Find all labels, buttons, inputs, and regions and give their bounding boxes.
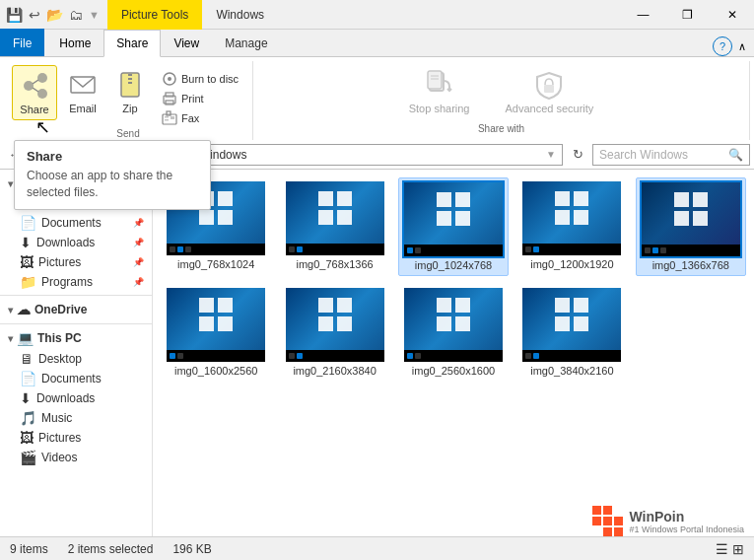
svg-rect-59 bbox=[555, 316, 570, 331]
svg-rect-28 bbox=[218, 210, 233, 225]
share-icon bbox=[19, 70, 50, 102]
windows-logo-icon bbox=[672, 190, 710, 235]
pin-icon: 📌 bbox=[133, 218, 144, 228]
onedrive-header[interactable]: ▾ ☁ OneDrive bbox=[0, 299, 152, 320]
tab-share[interactable]: Share bbox=[103, 30, 161, 57]
quick-access-icon3: 📂 bbox=[46, 7, 63, 23]
thispc-icon: 💻 bbox=[17, 330, 34, 346]
advanced-security-button[interactable]: Advanced security bbox=[497, 65, 601, 118]
documents-icon: 📄 bbox=[20, 215, 36, 231]
fax-icon bbox=[162, 110, 177, 126]
pin-icon: 📌 bbox=[133, 257, 144, 267]
thumbnail-3 bbox=[522, 181, 621, 255]
pin-icon: 📌 bbox=[133, 238, 144, 247]
thispc-downloads[interactable]: ⬇ Downloads bbox=[0, 388, 152, 408]
file-item-1[interactable]: img0_768x1366 bbox=[279, 177, 389, 276]
svg-line-3 bbox=[33, 80, 38, 84]
thispc-pictures[interactable]: 🖼 Pictures bbox=[0, 428, 152, 448]
sidebar-item-programs[interactable]: 📁 Programs 📌 bbox=[0, 272, 152, 292]
svg-rect-35 bbox=[437, 211, 451, 226]
windows-logo-icon bbox=[316, 189, 354, 234]
thispc-music[interactable]: 🎵 Music bbox=[0, 408, 152, 428]
windows-tab[interactable]: Windows bbox=[202, 0, 278, 30]
winpoin-text: WinPoin bbox=[629, 509, 744, 525]
svg-rect-37 bbox=[555, 191, 570, 206]
search-box[interactable]: Search Windows 🔍 bbox=[592, 144, 750, 166]
taskbar-6 bbox=[286, 350, 384, 362]
thumbnail-5 bbox=[167, 288, 265, 362]
filename-7: img0_2560x1600 bbox=[412, 365, 495, 377]
quick-access-chevron: ▾ bbox=[8, 178, 13, 189]
tab-file[interactable]: File bbox=[0, 29, 44, 56]
sidebar-item-documents[interactable]: 📄 Documents 📌 bbox=[0, 213, 152, 233]
thumbnail-7 bbox=[404, 288, 503, 362]
svg-point-0 bbox=[24, 81, 34, 91]
small-buttons-group: Burn to disc Print bbox=[156, 65, 244, 128]
file-item-2[interactable]: img0_1024x768 bbox=[398, 177, 509, 276]
file-item-5[interactable]: img0_1600x2560 bbox=[161, 284, 271, 381]
burn-to-disc-button[interactable]: Burn to disc bbox=[156, 69, 244, 89]
tab-view[interactable]: View bbox=[161, 29, 212, 56]
tooltip-desc: Choose an app to share the selected file… bbox=[27, 168, 198, 201]
svg-rect-26 bbox=[218, 191, 233, 206]
svg-rect-56 bbox=[455, 316, 470, 331]
view-grid-button[interactable]: ⊞ bbox=[732, 541, 744, 557]
svg-rect-16 bbox=[171, 116, 174, 119]
thispc-header[interactable]: ▾ 💻 This PC bbox=[0, 327, 152, 349]
restore-button[interactable]: ❐ bbox=[665, 0, 710, 30]
winpoin-logo: WinPoin #1 Windows Portal Indonesia bbox=[592, 506, 744, 536]
file-size: 196 KB bbox=[172, 542, 211, 556]
thumbnail-1 bbox=[286, 181, 384, 255]
ribbon-content: Share Email bbox=[0, 57, 754, 140]
winpoin-sub: #1 Windows Portal Indonesia bbox=[629, 525, 744, 534]
help-button[interactable]: ? bbox=[713, 36, 732, 56]
downloads-icon: ⬇ bbox=[20, 235, 32, 250]
print-button[interactable]: Print bbox=[156, 89, 244, 108]
file-item-7[interactable]: img0_2560x1600 bbox=[398, 284, 509, 381]
burn-icon bbox=[162, 71, 177, 87]
svg-point-2 bbox=[37, 89, 47, 99]
file-item-6[interactable]: img0_2160x3840 bbox=[279, 284, 389, 381]
picture-tools-tab[interactable]: Picture Tools bbox=[107, 0, 202, 30]
taskbar-5 bbox=[167, 350, 265, 362]
sidebar-item-pictures[interactable]: 🖼 Pictures 📌 bbox=[0, 252, 152, 272]
sidebar-item-downloads[interactable]: ⬇ Downloads 📌 bbox=[0, 233, 152, 252]
thispc-dl-icon: ⬇ bbox=[20, 390, 32, 406]
file-item-4[interactable]: img0_1366x768 bbox=[636, 177, 746, 276]
filename-4: img0_1366x768 bbox=[652, 259, 729, 271]
email-button[interactable]: Email bbox=[61, 65, 104, 118]
svg-rect-51 bbox=[318, 316, 333, 331]
tab-manage[interactable]: Manage bbox=[212, 29, 280, 56]
close-button[interactable]: ✕ bbox=[710, 0, 754, 30]
zip-button[interactable]: Zip bbox=[108, 65, 152, 118]
svg-point-1 bbox=[37, 73, 47, 83]
thispc-docs-icon: 📄 bbox=[20, 371, 36, 386]
share-button[interactable]: Share bbox=[12, 65, 57, 120]
tab-home[interactable]: Home bbox=[46, 29, 103, 56]
collapse-ribbon-button[interactable]: ∧ bbox=[734, 38, 750, 55]
thispc-documents[interactable]: 📄 Documents bbox=[0, 369, 152, 388]
svg-rect-19 bbox=[167, 111, 171, 115]
programs-icon: 📁 bbox=[20, 274, 36, 290]
thumbnail-6 bbox=[286, 288, 384, 362]
svg-rect-34 bbox=[455, 192, 470, 207]
file-item-8[interactable]: img0_3840x2160 bbox=[516, 284, 627, 381]
print-label: Print bbox=[181, 93, 204, 105]
main-content: ▾ Quick access 🖥 Desktop 📌 📄 Documents 📌… bbox=[0, 170, 754, 536]
thispc-videos[interactable]: 🎬 Videos bbox=[0, 448, 152, 467]
quick-access-dropdown[interactable]: ▼ bbox=[89, 9, 100, 21]
fax-button[interactable]: Fax bbox=[156, 108, 244, 128]
svg-point-11 bbox=[168, 77, 171, 81]
thumbnail-2 bbox=[404, 182, 503, 256]
svg-rect-41 bbox=[674, 192, 689, 207]
view-list-button[interactable]: ☰ bbox=[716, 541, 728, 557]
minimize-button[interactable]: — bbox=[621, 0, 665, 30]
svg-rect-47 bbox=[199, 316, 214, 331]
thispc-desktop[interactable]: 🖥 Desktop bbox=[0, 349, 152, 369]
svg-rect-40 bbox=[574, 210, 588, 225]
file-item-3[interactable]: img0_1200x1920 bbox=[516, 177, 627, 276]
thispc-music-icon: 🎵 bbox=[20, 410, 36, 426]
stop-sharing-button[interactable]: Stop sharing bbox=[401, 65, 478, 118]
thumbnail-8 bbox=[522, 288, 621, 362]
refresh-button[interactable]: ↻ bbox=[567, 144, 588, 166]
